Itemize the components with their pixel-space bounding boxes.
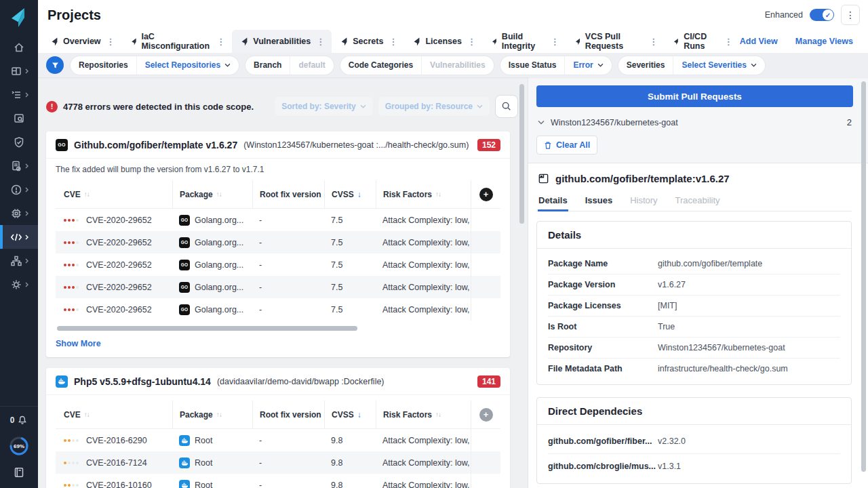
- notifications-button[interactable]: 0: [10, 415, 28, 426]
- column-header-risk-factors[interactable]: Risk Factors↑↓: [376, 180, 471, 208]
- sidebar-item-compliance[interactable]: [0, 154, 38, 178]
- cve-id[interactable]: CVE-2020-29652: [86, 283, 152, 292]
- sidebar-item-alerts[interactable]: [0, 178, 38, 201]
- tab-licenses[interactable]: Licenses⋮: [404, 30, 483, 53]
- branch-value[interactable]: default: [290, 56, 333, 75]
- tab-details[interactable]: Details: [538, 191, 568, 211]
- tab-menu-icon[interactable]: ⋮: [315, 37, 326, 47]
- prisma-cloud-logo[interactable]: [0, 0, 38, 35]
- column-header-cve[interactable]: CVE↑↓: [56, 180, 172, 208]
- view-icon: [240, 37, 249, 47]
- tab-menu-icon[interactable]: ⋮: [105, 37, 117, 47]
- cve-id[interactable]: CVE-2020-29652: [86, 238, 152, 247]
- group-header[interactable]: Php5 v5.5.9+dfsg-1ubuntu4.14 (davidaavil…: [46, 368, 510, 395]
- sort-icon[interactable]: ↑↓: [84, 190, 90, 198]
- sidebar-item-settings[interactable]: [0, 272, 38, 296]
- sort-icon[interactable]: ↑↓: [84, 411, 90, 418]
- sorted-by-dropdown[interactable]: Sorted by: Severity: [275, 97, 372, 116]
- submit-pull-requests-button[interactable]: Submit Pull Requests: [536, 85, 853, 107]
- sidebar-item-projects[interactable]: [0, 83, 38, 106]
- tab-build-integrity[interactable]: Build Integrity⋮: [483, 30, 566, 53]
- table-row[interactable]: CVE-2016-7124 Root - 9.8 Attack Complexi…: [56, 451, 500, 474]
- filter-funnel-icon: [51, 61, 60, 70]
- column-header-root-fix-version[interactable]: Root fix version↑↓: [252, 401, 324, 428]
- tab-vcs-pull-requests[interactable]: VCS Pull Requests⋮: [566, 30, 665, 53]
- docs-book-icon[interactable]: [13, 466, 25, 479]
- tab-traceability[interactable]: Traceability: [675, 191, 721, 211]
- sort-icon[interactable]: ↑↓: [216, 190, 222, 198]
- table-row[interactable]: CVE-2020-29652 GOGolang.org... - 7.5 Att…: [56, 253, 500, 276]
- add-column-button[interactable]: +: [479, 188, 493, 201]
- column-header-cvss[interactable]: CVSS↓: [324, 180, 376, 208]
- golang-icon: GO: [179, 260, 190, 270]
- tab-menu-icon[interactable]: ⋮: [648, 37, 659, 47]
- table-row[interactable]: CVE-2020-29652 GOGolang.org... - 7.5 Att…: [56, 298, 500, 321]
- tab-history[interactable]: History: [629, 191, 658, 211]
- search-button[interactable]: [495, 95, 518, 118]
- sidebar-item-dashboards[interactable]: [0, 59, 38, 83]
- issue-status-dropdown[interactable]: Error: [565, 56, 611, 75]
- table-row[interactable]: CVE-2020-29652 GOGolang.org... - 7.5 Att…: [56, 231, 500, 253]
- enhanced-toggle[interactable]: ✓: [810, 9, 834, 21]
- select-severities-dropdown[interactable]: Select Severities: [673, 56, 764, 75]
- main-vertical-scrollbar[interactable]: [519, 84, 524, 224]
- tab-cicd-runs[interactable]: CI/CD Runs⋮: [665, 30, 739, 53]
- add-view-button[interactable]: Add View: [740, 37, 778, 46]
- column-header-package[interactable]: Package↑↓: [172, 180, 252, 208]
- horizontal-scrollbar[interactable]: [57, 326, 499, 331]
- sort-icon[interactable]: ↑↓: [435, 411, 441, 418]
- tab-menu-icon[interactable]: ⋮: [549, 37, 561, 47]
- group-header[interactable]: GO Github.com/gofiber/template v1.6.27 (…: [46, 131, 510, 159]
- filters-button[interactable]: [46, 56, 64, 74]
- tab-issues[interactable]: Issues: [585, 191, 613, 211]
- sort-icon[interactable]: ↑↓: [216, 411, 222, 418]
- panel-vertical-scrollbar[interactable]: [861, 81, 866, 472]
- grouped-by-dropdown[interactable]: Grouped by: Resource: [378, 97, 490, 116]
- manage-views-button[interactable]: Manage Views: [795, 37, 853, 46]
- table-row[interactable]: CVE-2020-29652 GOGolang.org... - 7.5 Att…: [56, 209, 500, 231]
- sort-desc-icon[interactable]: ↓: [357, 410, 361, 420]
- bell-icon: [17, 415, 28, 426]
- show-more-link[interactable]: Show More: [46, 332, 510, 357]
- cve-id[interactable]: CVE-2016-6290: [86, 436, 147, 445]
- scrollbar-thumb[interactable]: [57, 326, 357, 331]
- tab-vulnerabilities[interactable]: Vulnerabilities⋮: [232, 30, 332, 53]
- tab-menu-icon[interactable]: ⋮: [466, 37, 477, 47]
- tab-iac-misconfiguration[interactable]: IaC Misconfiguration⋮: [122, 30, 233, 53]
- sidebar-item-compute[interactable]: [0, 201, 38, 225]
- code-categories-value[interactable]: Vulnerabilities: [422, 56, 494, 75]
- table-row[interactable]: CVE-2016-10160 Root - 9.8 Attack Complex…: [56, 474, 500, 488]
- table-row[interactable]: CVE-2020-29652 GOGolang.org... - 7.5 Att…: [56, 276, 500, 298]
- table-row[interactable]: CVE-2016-6290 Root - 9.8 Attack Complexi…: [56, 429, 500, 451]
- tab-menu-icon[interactable]: ⋮: [723, 37, 734, 47]
- sort-desc-icon[interactable]: ↓: [357, 190, 361, 199]
- sidebar-item-network[interactable]: [0, 249, 38, 272]
- sidebar-item-inventory[interactable]: [0, 106, 38, 130]
- sidebar-item-application-security[interactable]: [0, 225, 38, 249]
- sidebar-item-security[interactable]: [0, 130, 38, 154]
- column-header-cve[interactable]: CVE↑↓: [56, 401, 172, 428]
- clear-all-button[interactable]: Clear All: [536, 136, 597, 155]
- add-column-button[interactable]: +: [479, 408, 493, 422]
- column-header-root-fix-version[interactable]: Root fix version↑↓: [252, 180, 324, 208]
- tab-menu-icon[interactable]: ⋮: [215, 37, 226, 47]
- column-header-package[interactable]: Package↑↓: [172, 401, 252, 428]
- repo-group-row[interactable]: Winston1234567/kubernetes-goat 2: [536, 117, 853, 127]
- sidebar-item-home[interactable]: [0, 35, 38, 59]
- cve-id[interactable]: CVE-2020-29652: [86, 260, 152, 270]
- column-header-risk-factors[interactable]: Risk Factors↑↓: [376, 401, 471, 428]
- cve-id[interactable]: CVE-2016-7124: [86, 458, 147, 468]
- select-repositories-dropdown[interactable]: Select Repositories: [137, 56, 239, 75]
- tab-secrets[interactable]: Secrets⋮: [332, 30, 404, 53]
- column-header-cvss[interactable]: CVSS↓: [324, 401, 376, 428]
- cve-id[interactable]: CVE-2020-29652: [86, 305, 152, 314]
- chevron-down-icon: [597, 63, 604, 67]
- progress-ring[interactable]: 69%: [8, 435, 30, 457]
- tab-menu-icon[interactable]: ⋮: [387, 37, 399, 47]
- page-menu-button[interactable]: ⋮: [841, 5, 860, 25]
- sort-icon[interactable]: ↑↓: [435, 190, 441, 198]
- cve-id[interactable]: CVE-2020-29652: [86, 216, 152, 225]
- banner-controls: Sorted by: Severity Grouped by: Resource: [275, 95, 518, 118]
- tab-overview[interactable]: Overview⋮: [42, 30, 122, 53]
- cve-id[interactable]: CVE-2016-10160: [86, 481, 152, 488]
